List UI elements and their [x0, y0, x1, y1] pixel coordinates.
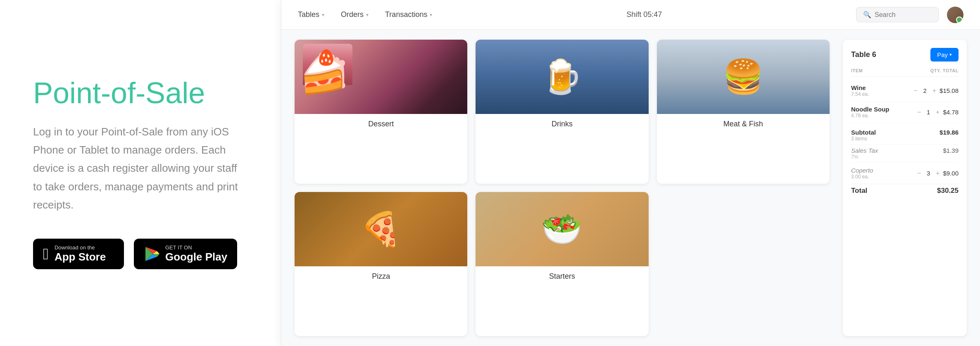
- category-image-pizza: 🍕: [295, 192, 467, 266]
- category-label-meat-fish: Meat & Fish: [657, 114, 830, 134]
- wine-qty-decrease[interactable]: −: [912, 86, 919, 95]
- orders-nav-item[interactable]: Orders ▾: [341, 10, 369, 19]
- page-container: Point-of-Sale Log in to your Point-of-Sa…: [0, 0, 980, 346]
- subtotal-sub: 3 items: [851, 136, 876, 142]
- coperto-qty-decrease[interactable]: −: [916, 169, 923, 178]
- category-image-drinks: 🍺: [476, 40, 648, 114]
- transactions-chevron: ▾: [430, 12, 432, 18]
- orders-chevron: ▾: [366, 12, 369, 18]
- order-item-wine: Wine 7.54 ea. − 2 + $15.08: [851, 80, 959, 102]
- category-label-dessert: Dessert: [295, 114, 467, 134]
- pos-main-content: Dessert 🍺 Drinks 🍔 Meat & Fish 🍕 Pizza: [281, 30, 980, 346]
- app-store-bottom-label: App Store: [55, 251, 106, 263]
- order-header: Table 6 Pay ▾: [851, 48, 959, 62]
- category-card-dessert[interactable]: Dessert: [295, 40, 467, 184]
- wine-qty-increase[interactable]: +: [931, 86, 938, 95]
- wine-qty-value: 2: [922, 87, 928, 94]
- order-panel: Table 6 Pay ▾ ITEM QTY. TOTAL Wine 7.54 …: [843, 40, 967, 336]
- shift-indicator: Shift 05:47: [626, 10, 662, 19]
- google-play-button[interactable]: GET IT ON Google Play: [134, 239, 237, 269]
- category-label-pizza: Pizza: [295, 266, 467, 287]
- pay-button[interactable]: Pay ▾: [930, 48, 959, 62]
- tax-value: $1.39: [943, 147, 959, 160]
- shift-label: Shift 05:47: [626, 10, 662, 19]
- transactions-label: Transactions: [385, 10, 427, 19]
- category-card-drinks[interactable]: 🍺 Drinks: [476, 40, 648, 184]
- search-box[interactable]: 🔍: [856, 7, 939, 22]
- category-image-dessert: [295, 40, 467, 114]
- transactions-nav-item[interactable]: Transactions ▾: [385, 10, 432, 19]
- wine-qty-control: − 2 +: [912, 86, 938, 95]
- wine-price-ea: 7.54 ea.: [851, 91, 910, 97]
- noodle-soup-price-ea: 4.78 ea.: [851, 113, 914, 118]
- order-summary: Subtotal 3 items $19.86 Sales Tax 7% $1.…: [851, 126, 959, 197]
- total-label: Total: [851, 187, 867, 195]
- subtotal-row: Subtotal 3 items $19.86: [851, 126, 959, 145]
- total-value: $30.25: [937, 187, 959, 195]
- total-row: Total $30.25: [851, 184, 959, 197]
- noodle-soup-qty-value: 1: [925, 109, 932, 116]
- orders-label: Orders: [341, 10, 364, 19]
- apple-icon: : [43, 245, 49, 263]
- item-col-header: ITEM: [851, 68, 928, 73]
- app-store-top-label: Download on the: [55, 244, 106, 251]
- description-text: Log in to your Point-of-Sale from any iO…: [33, 123, 248, 214]
- search-input[interactable]: [875, 11, 932, 19]
- tax-row: Sales Tax 7% $1.39: [851, 145, 959, 163]
- tables-chevron: ▾: [322, 12, 324, 18]
- noodle-soup-qty-decrease[interactable]: −: [916, 108, 923, 117]
- pos-interface: Tables ▾ Orders ▾ Transactions ▾ Shift 0…: [281, 0, 980, 346]
- tables-label: Tables: [298, 10, 319, 19]
- google-play-icon: [144, 246, 159, 262]
- left-section: Point-of-Sale Log in to your Point-of-Sa…: [0, 44, 281, 302]
- noodle-soup-item-name: Noodle Soup: [851, 106, 914, 113]
- coperto-qty-value: 3: [925, 170, 932, 177]
- category-image-meat-fish: 🍔: [657, 40, 830, 114]
- order-column-headers: ITEM QTY. TOTAL: [851, 68, 959, 77]
- category-card-starters[interactable]: 🥗 Starters: [476, 192, 648, 336]
- category-card-pizza[interactable]: 🍕 Pizza: [295, 192, 467, 336]
- total-col-header: TOTAL: [943, 68, 959, 73]
- subtotal-value: $19.86: [940, 129, 959, 142]
- google-play-top-label: GET IT ON: [165, 244, 227, 251]
- qty-col-header: QTY.: [930, 68, 941, 73]
- categories-grid: Dessert 🍺 Drinks 🍔 Meat & Fish 🍕 Pizza: [295, 40, 830, 336]
- noodle-soup-qty-increase[interactable]: +: [934, 108, 941, 117]
- nav-right: 🔍: [856, 7, 963, 23]
- coperto-label: Coperto: [851, 167, 914, 174]
- nav-left: Tables ▾ Orders ▾ Transactions ▾: [298, 10, 432, 19]
- tax-label: Sales Tax: [851, 147, 878, 154]
- coperto-qty-increase[interactable]: +: [934, 169, 941, 178]
- category-image-starters: 🥗: [476, 192, 648, 266]
- store-buttons:  Download on the App Store GET IT ON G: [33, 239, 248, 269]
- order-item-noodle-soup: Noodle Soup 4.78 ea. − 1 + $4.78: [851, 102, 959, 123]
- category-label-drinks: Drinks: [476, 114, 648, 134]
- pay-chevron-icon: ▾: [949, 52, 952, 57]
- coperto-total: $9.00: [943, 170, 959, 177]
- coperto-row: Coperto 3.00 ea. − 3 + $9.00: [851, 163, 959, 184]
- wine-total: $15.08: [940, 87, 959, 94]
- search-icon: 🔍: [863, 11, 871, 19]
- pos-navbar: Tables ▾ Orders ▾ Transactions ▾ Shift 0…: [281, 0, 980, 30]
- pay-label: Pay: [937, 51, 948, 58]
- user-avatar[interactable]: [947, 7, 963, 23]
- category-label-starters: Starters: [476, 266, 648, 287]
- tax-sub: 7%: [851, 154, 878, 160]
- page-title: Point-of-Sale: [33, 77, 248, 109]
- noodle-soup-qty-control: − 1 +: [916, 108, 942, 117]
- noodle-soup-total: $4.78: [943, 109, 959, 116]
- coperto-qty-control: − 3 +: [916, 169, 942, 178]
- category-card-meat-fish[interactable]: 🍔 Meat & Fish: [657, 40, 830, 184]
- tables-nav-item[interactable]: Tables ▾: [298, 10, 324, 19]
- table-title: Table 6: [851, 50, 876, 59]
- subtotal-label: Subtotal: [851, 129, 876, 136]
- coperto-sub: 3.00 ea.: [851, 174, 914, 180]
- app-store-button[interactable]:  Download on the App Store: [33, 239, 124, 269]
- google-play-bottom-label: Google Play: [165, 251, 227, 263]
- wine-item-name: Wine: [851, 84, 910, 91]
